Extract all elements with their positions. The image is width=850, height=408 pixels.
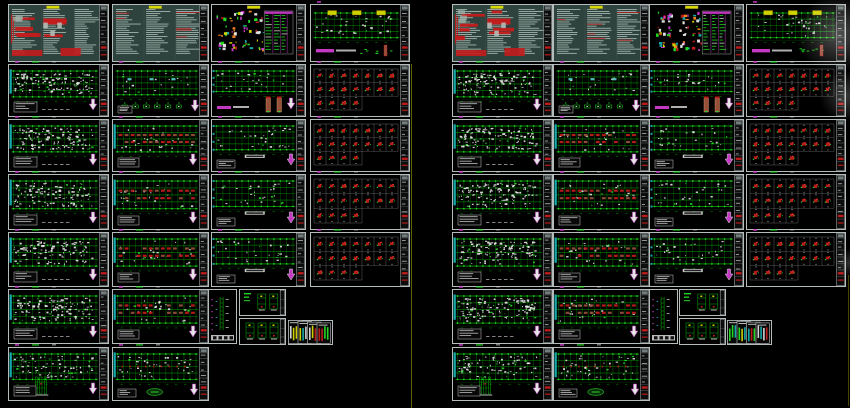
title-block — [544, 120, 552, 170]
title-block — [641, 233, 649, 285]
title-block — [837, 120, 845, 170]
sheet-graphic — [553, 119, 650, 172]
title-block — [735, 65, 743, 115]
drawing-sheet-notes-plain-right-r1c2[interactable] — [553, 4, 650, 62]
sheet-graphic — [452, 119, 553, 172]
drawing-content — [747, 1, 846, 61]
drawing-sheet-plan-clutter-right-r4c1[interactable] — [452, 174, 553, 230]
sheet-graphic — [746, 119, 846, 172]
drawing-content — [728, 321, 772, 345]
drawing-sheet-plan-clutter-right-r3c1[interactable] — [452, 119, 553, 172]
title-block — [641, 290, 649, 342]
sheet-graphic — [553, 174, 650, 230]
drawing-sheet-plan-clutter-right-r6c1[interactable] — [452, 289, 553, 344]
drawing-sheet-plan-sparse-right-r2c2[interactable] — [553, 64, 650, 117]
sheet-graphic — [649, 289, 678, 344]
sheet-graphic — [746, 64, 846, 117]
drawing-sheet-details-red-right-r5c4[interactable] — [746, 232, 846, 287]
drawing-content — [554, 5, 650, 62]
drawing-sheet-details-red-right-r2c4[interactable] — [746, 64, 846, 117]
sheet-graphic — [649, 174, 744, 230]
drawing-content — [650, 171, 744, 229]
drawing-sheet-details-red-right-r4c4[interactable] — [746, 174, 846, 230]
title-block — [837, 175, 845, 228]
sheet-graphic — [746, 4, 846, 62]
drawing-content — [650, 290, 678, 344]
drawing-sheet-small-ccc-right-r6x4[interactable] — [679, 289, 726, 316]
sheet-graphic — [746, 232, 846, 287]
cad-model-space[interactable] — [0, 0, 850, 408]
drawing-content — [650, 116, 744, 171]
drawing-sheet-plan-plain-right-r3c3[interactable] — [649, 119, 744, 172]
title-block — [837, 233, 845, 285]
title-block — [837, 65, 845, 115]
title-block — [735, 175, 743, 228]
title-block — [641, 348, 649, 399]
sheet-graphic — [553, 289, 650, 344]
drawing-sheet-plan-plain-right-r5c3[interactable] — [649, 232, 744, 287]
drawing-content — [747, 171, 846, 229]
drawing-content — [453, 286, 553, 343]
drawing-content — [554, 229, 650, 286]
drawing-content — [453, 229, 553, 286]
drawing-sheet-tiny-cascade-right-r6x6[interactable] — [727, 320, 772, 345]
sheet-graphic — [553, 4, 650, 62]
sheet-set-right — [0, 0, 850, 408]
drawing-content — [453, 171, 553, 229]
drawing-sheet-plan-clutter-right-r5c1[interactable] — [452, 232, 553, 287]
title-block — [735, 5, 743, 60]
sheet-graphic — [452, 4, 553, 62]
title-block — [735, 120, 743, 170]
drawing-content — [554, 171, 650, 229]
sheet-graphic — [679, 318, 726, 345]
sheet-graphic — [553, 232, 650, 287]
drawing-sheet-plan-detail-bottom-right-r2c3[interactable] — [649, 64, 744, 117]
drawing-content — [747, 229, 846, 286]
title-block — [544, 175, 552, 228]
sheet-graphic — [452, 232, 553, 287]
title-block — [544, 233, 552, 285]
title-block — [544, 5, 552, 60]
drawing-sheet-plan-clutter-right-r2c1[interactable] — [452, 64, 553, 117]
drawing-content — [554, 344, 650, 400]
drawing-sheet-plan-red-right-r4c2[interactable] — [553, 174, 650, 230]
title-block — [544, 348, 552, 399]
sheet-graphic — [727, 320, 772, 345]
drawing-content — [650, 61, 744, 116]
drawing-sheet-small-ccc-right-r6x5[interactable] — [679, 318, 726, 345]
title-block — [641, 175, 649, 228]
drawing-content — [554, 61, 650, 116]
drawing-sheet-plan-red-right-r5c2[interactable] — [553, 232, 650, 287]
drawing-sheet-plan-green2-right-r7c2[interactable] — [553, 347, 650, 401]
sheet-graphic — [649, 119, 744, 172]
drawing-sheet-notes-red-right-r1c1[interactable] — [452, 4, 553, 62]
drawing-content — [453, 61, 553, 116]
sheet-graphic — [452, 64, 553, 117]
drawing-sheet-plan-red-right-r3c2[interactable] — [553, 119, 650, 172]
sheet-graphic — [452, 347, 553, 401]
sheet-graphic — [746, 174, 846, 230]
title-block — [544, 290, 552, 342]
drawing-content — [453, 5, 553, 62]
drawing-content — [680, 319, 726, 345]
drawing-content — [453, 116, 553, 171]
drawing-sheet-narrow-detail-right-r6x3[interactable] — [649, 289, 678, 344]
drawing-content — [453, 344, 553, 400]
sheet-graphic — [649, 64, 744, 117]
drawing-sheet-plan-plain-right-r4c3[interactable] — [649, 174, 744, 230]
drawing-content — [650, 229, 744, 286]
drawing-content — [650, 5, 744, 62]
sheet-graphic — [679, 289, 726, 316]
title-block — [735, 233, 743, 285]
drawing-sheet-plan-red-right-r6c2[interactable] — [553, 289, 650, 344]
drawing-sheet-details-red-right-r3c4[interactable] — [746, 119, 846, 172]
drawing-sheet-plan-clutter2-right-r7c1[interactable] — [452, 347, 553, 401]
title-block — [641, 65, 649, 115]
sheet-graphic — [553, 64, 650, 117]
sheet-graphic — [452, 174, 553, 230]
title-block — [641, 120, 649, 170]
drawing-sheet-plan-yellow-right-r1c4[interactable] — [746, 4, 846, 62]
sheet-graphic — [553, 347, 650, 401]
drawing-sheet-details-mixed-right-r1c3[interactable] — [649, 4, 744, 62]
title-block — [837, 5, 845, 60]
